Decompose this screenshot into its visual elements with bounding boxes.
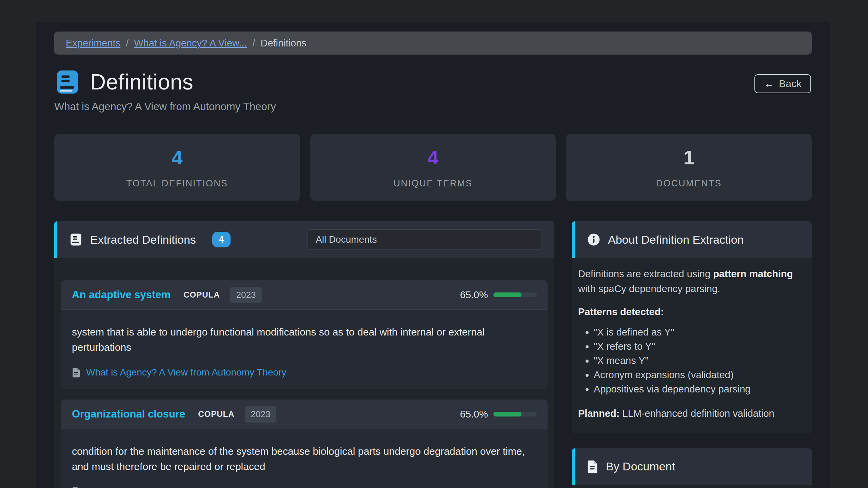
- breadcrumb-link-experiments[interactable]: Experiments: [66, 38, 120, 49]
- definition-text: condition for the maintenance of the sys…: [72, 444, 526, 474]
- confidence-value: 65.0%: [460, 289, 488, 301]
- planned-label: Planned:: [578, 408, 619, 419]
- about-panel-body: Definitions are extracted using pattern …: [572, 258, 812, 433]
- page-container: Experiments / What is Agency? A View... …: [36, 22, 830, 488]
- patterns-heading: Patterns detected:: [578, 306, 806, 318]
- back-button-label: Back: [779, 78, 802, 89]
- info-icon: [587, 233, 600, 246]
- page-title: Definitions: [90, 69, 193, 95]
- confidence-value: 65.0%: [460, 409, 488, 420]
- planned-note: Planned: LLM-enhanced definition validat…: [578, 406, 806, 421]
- definition-method: COPULA: [183, 290, 220, 300]
- definition-source-link[interactable]: What is Agency? A View from Autonomy The…: [86, 486, 286, 488]
- breadcrumb-current: Definitions: [260, 38, 306, 49]
- definition-card-header: Organizational closure COPULA 2023 65.0%: [61, 400, 548, 429]
- definitions-count-badge: 4: [212, 232, 231, 247]
- stat-label-documents: DOCUMENTS: [656, 178, 722, 189]
- definition-card-body: condition for the maintenance of the sys…: [61, 429, 548, 488]
- about-intro: Definitions are extracted using pattern …: [578, 267, 802, 296]
- patterns-list: "X is defined as Y" "X refers to Y" "X m…: [578, 325, 806, 396]
- breadcrumb: Experiments / What is Agency? A View... …: [54, 32, 812, 55]
- definition-card-header: An adaptive system COPULA 2023 65.0%: [61, 280, 548, 310]
- back-arrow-icon: ←: [764, 78, 774, 89]
- definition-method: COPULA: [198, 409, 234, 419]
- definition-source-row: What is Agency? A View from Autonomy The…: [72, 486, 537, 488]
- stat-value-total-definitions: 4: [172, 146, 182, 169]
- stat-card-documents: 1 DOCUMENTS: [566, 134, 812, 201]
- back-button[interactable]: ← Back: [754, 74, 811, 93]
- about-panel-header: About Definition Extraction: [572, 221, 812, 258]
- book-icon: [69, 233, 83, 246]
- confidence-bar: [493, 412, 537, 416]
- about-intro-bold: pattern matching: [713, 268, 793, 279]
- book-icon: [54, 69, 81, 95]
- stat-card-total-definitions: 4 TOTAL DEFINITIONS: [54, 134, 300, 201]
- pattern-item: "X refers to Y": [594, 339, 806, 353]
- pattern-item: "X means Y": [594, 353, 806, 368]
- about-panel-title: About Definition Extraction: [608, 233, 744, 246]
- document-icon: [587, 460, 598, 473]
- extracted-definitions-header: Extracted Definitions 4 All Documents: [54, 221, 554, 258]
- definition-text: system that is able to undergo functiona…: [72, 324, 526, 355]
- definition-card-body: system that is able to undergo functiona…: [61, 310, 548, 389]
- file-icon: [72, 487, 81, 488]
- stats-row: 4 TOTAL DEFINITIONS 4 UNIQUE TERMS 1 DOC…: [54, 134, 812, 201]
- by-document-body: What is Agency? A... 2023 4: [572, 485, 812, 488]
- definition-year-badge: 2023: [230, 287, 262, 303]
- stat-label-unique-terms: UNIQUE TERMS: [394, 178, 473, 189]
- pattern-item: "X is defined as Y": [594, 325, 806, 339]
- breadcrumb-separator: /: [252, 38, 255, 49]
- by-document-title: By Document: [606, 460, 675, 473]
- stat-value-unique-terms: 4: [428, 146, 438, 169]
- stat-card-unique-terms: 4 UNIQUE TERMS: [310, 134, 556, 201]
- by-document-panel: By Document What is Agency? A... 2023 4: [572, 448, 812, 488]
- file-icon: [72, 367, 81, 378]
- breadcrumb-link-experiment[interactable]: What is Agency? A View...: [134, 38, 247, 49]
- definition-term-link[interactable]: An adaptive system: [72, 289, 171, 301]
- document-filter-select[interactable]: All Documents: [308, 229, 542, 250]
- extracted-definitions-body: An adaptive system COPULA 2023 65.0% sys…: [54, 258, 554, 488]
- confidence-bar: [493, 292, 537, 297]
- about-panel: About Definition Extraction Definitions …: [572, 221, 812, 433]
- pattern-item: Appositives via dependency parsing: [594, 382, 806, 396]
- extracted-definitions-title: Extracted Definitions: [90, 233, 196, 246]
- by-document-header: By Document: [572, 448, 812, 485]
- page-subtitle: What is Agency? A View from Autonomy The…: [54, 101, 812, 113]
- pattern-item: Acronym expansions (validated): [594, 368, 806, 382]
- document-filter-value: All Documents: [316, 234, 377, 245]
- definition-card: Organizational closure COPULA 2023 65.0%…: [61, 400, 548, 488]
- stat-label-total-definitions: TOTAL DEFINITIONS: [126, 178, 228, 189]
- definition-source-row: What is Agency? A View from Autonomy The…: [72, 367, 537, 378]
- definition-term-link[interactable]: Organizational closure: [72, 408, 185, 420]
- extracted-definitions-panel: Extracted Definitions 4 All Documents An…: [54, 221, 554, 488]
- definition-source-link[interactable]: What is Agency? A View from Autonomy The…: [86, 367, 286, 378]
- right-sidebar: About Definition Extraction Definitions …: [572, 221, 812, 488]
- page-header: Definitions ← Back: [54, 69, 812, 95]
- stat-value-documents: 1: [684, 146, 694, 169]
- breadcrumb-separator: /: [126, 38, 129, 49]
- definition-card: An adaptive system COPULA 2023 65.0% sys…: [61, 280, 548, 389]
- confidence-bar-fill: [493, 292, 521, 297]
- definition-year-badge: 2023: [245, 406, 277, 423]
- confidence-bar-fill: [493, 412, 521, 416]
